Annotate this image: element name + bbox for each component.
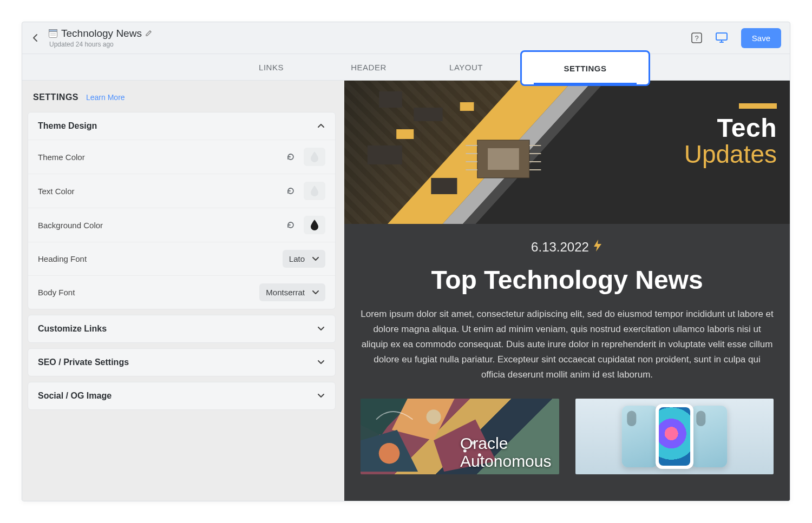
panel-head-customize-links[interactable]: Customize Links: [28, 315, 335, 342]
main-split: SETTINGS Learn More Theme Design Theme C…: [22, 81, 790, 501]
panel-social-og: Social / OG Image: [28, 382, 336, 410]
page-title: Technology News: [61, 28, 142, 39]
panel-head-social-og[interactable]: Social / OG Image: [28, 382, 335, 409]
row-label: Theme Color: [38, 153, 85, 162]
chevron-down-icon: [317, 392, 325, 400]
chevron-left-icon: [32, 34, 38, 42]
panel-seo-private: SEO / Private Settings: [28, 348, 336, 376]
panel-body: Theme Color Text Color: [28, 140, 335, 309]
row-body-font: Body Font Montserrat: [28, 275, 335, 309]
monitor-icon: [715, 32, 728, 44]
save-button[interactable]: Save: [741, 28, 781, 48]
heading-font-select[interactable]: Lato: [283, 250, 325, 268]
tabs-bar: LINKS HEADER LAYOUT SETTINGS: [22, 54, 790, 81]
svg-rect-23: [379, 91, 402, 108]
hero-title-line1: Tech: [684, 113, 777, 143]
chevron-down-icon: [317, 358, 325, 367]
tab-label: LAYOUT: [449, 63, 483, 72]
row-text-color: Text Color: [28, 174, 335, 208]
row-label: Background Color: [38, 221, 103, 230]
panel-customize-links: Customize Links: [28, 315, 336, 343]
card-oracle: Oracle Autonomous: [361, 399, 559, 474]
svg-point-34: [427, 409, 441, 424]
card-title-line1: Oracle: [460, 434, 551, 452]
panel-title: SEO / Private Settings: [38, 358, 129, 367]
phone-front: [656, 404, 693, 469]
tab-settings[interactable]: SETTINGS: [520, 54, 650, 80]
chevron-up-icon: [317, 122, 325, 130]
panel-title: Theme Design: [38, 121, 97, 131]
phone-back: [622, 406, 658, 467]
phone-screen: [659, 407, 690, 466]
svg-rect-26: [431, 178, 457, 194]
row-label: Text Color: [38, 187, 75, 196]
app-window: Technology News Updated 24 hours ago ? S…: [22, 22, 790, 501]
svg-rect-25: [368, 145, 402, 164]
background-color-swatch[interactable]: [304, 216, 325, 234]
help-icon: ?: [691, 32, 703, 44]
title-block: Technology News Updated 24 hours ago: [48, 28, 153, 48]
chevron-down-icon: [312, 257, 319, 261]
phone-back-2: [691, 406, 728, 467]
hero-text: Tech Updates: [684, 113, 777, 169]
text-color-swatch[interactable]: [304, 182, 325, 200]
reset-background-color-button[interactable]: [283, 217, 298, 233]
body-font-select[interactable]: Montserrat: [259, 283, 325, 301]
drop-icon: [310, 151, 319, 163]
reset-icon: [286, 220, 296, 230]
back-button[interactable]: [28, 30, 43, 45]
pencil-icon: [145, 29, 153, 37]
sidebar-title: SETTINGS: [33, 92, 78, 102]
preview-pane: Tech Updates 6.13.2022 Top Technology Ne…: [344, 81, 790, 501]
row-label: Body Font: [38, 288, 75, 297]
reset-text-color-button[interactable]: [283, 183, 298, 198]
drop-icon: [310, 185, 319, 197]
preview-cards: Oracle Autonomous: [344, 382, 790, 474]
svg-point-33: [379, 443, 400, 464]
select-value: Lato: [289, 254, 305, 263]
preview-date: 6.13.2022: [531, 239, 603, 255]
card-title: Oracle Autonomous: [460, 434, 551, 470]
reset-icon: [286, 186, 296, 196]
tab-label: LINKS: [259, 63, 284, 72]
svg-rect-27: [396, 129, 414, 139]
tab-header[interactable]: HEADER: [325, 54, 412, 80]
topbar: Technology News Updated 24 hours ago ? S…: [22, 22, 790, 54]
tab-links[interactable]: LINKS: [228, 54, 315, 80]
tab-label: SETTINGS: [564, 64, 606, 73]
row-label: Heading Font: [38, 254, 87, 263]
bolt-icon: [592, 239, 603, 255]
panel-head-seo-private[interactable]: SEO / Private Settings: [28, 349, 335, 376]
reset-icon: [286, 152, 296, 162]
svg-rect-28: [460, 102, 474, 111]
preview-headline: Top Technology News: [361, 265, 774, 295]
tab-layout[interactable]: LAYOUT: [423, 54, 509, 80]
svg-rect-6: [716, 33, 727, 40]
svg-rect-14: [488, 148, 519, 170]
svg-text:?: ?: [695, 34, 698, 42]
row-heading-font: Heading Font Lato: [28, 242, 335, 275]
hero-accent-bar: [739, 103, 777, 109]
edit-title-button[interactable]: [145, 29, 153, 38]
svg-rect-1: [49, 30, 57, 32]
panel-theme-design: Theme Design Theme Color: [28, 112, 336, 309]
row-background-color: Background Color: [28, 208, 335, 242]
settings-sidebar[interactable]: SETTINGS Learn More Theme Design Theme C…: [22, 81, 344, 501]
panel-head-theme-design[interactable]: Theme Design: [28, 112, 335, 140]
help-button[interactable]: ?: [687, 28, 706, 48]
chevron-down-icon: [312, 290, 319, 295]
theme-color-swatch[interactable]: [304, 148, 325, 166]
panel-title: Social / OG Image: [38, 391, 112, 401]
panel-title: Customize Links: [38, 324, 107, 334]
card-title-line2: Autonomous: [460, 452, 551, 470]
learn-more-link[interactable]: Learn More: [86, 93, 125, 102]
reset-theme-color-button[interactable]: [283, 149, 298, 164]
preview-body-text: Lorem ipsum dolor sit amet, consectetur …: [361, 307, 774, 382]
select-value: Montserrat: [266, 288, 305, 297]
card-phones: [575, 399, 774, 474]
hero-banner: Tech Updates: [344, 81, 790, 224]
page-icon: [48, 29, 58, 38]
phone-camera: [627, 411, 636, 427]
preview-button[interactable]: [712, 28, 731, 48]
svg-rect-24: [414, 108, 442, 121]
